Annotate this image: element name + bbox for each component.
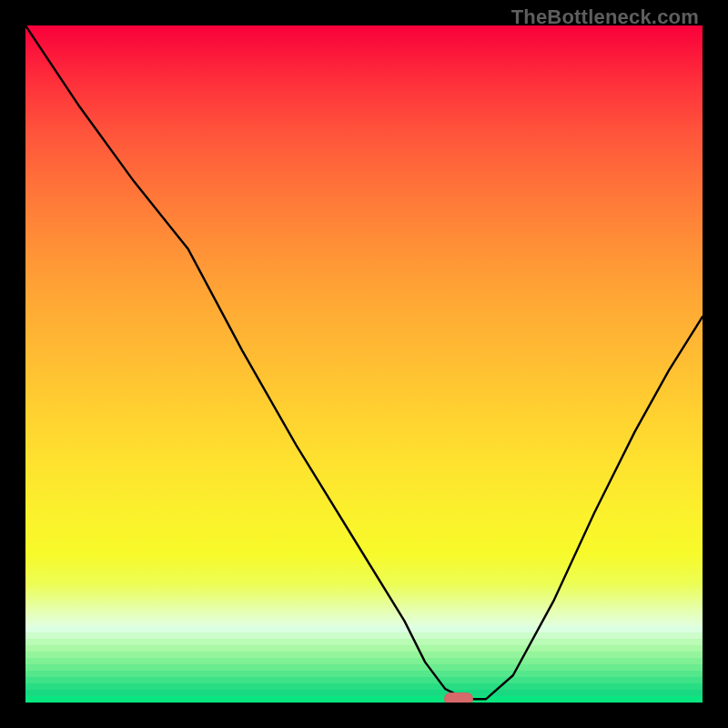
optimal-marker <box>444 693 473 703</box>
chart-frame: TheBottleneck.com <box>0 0 728 728</box>
plot-area <box>25 25 703 703</box>
bottleneck-curve <box>25 25 703 699</box>
curve-svg <box>25 25 703 703</box>
